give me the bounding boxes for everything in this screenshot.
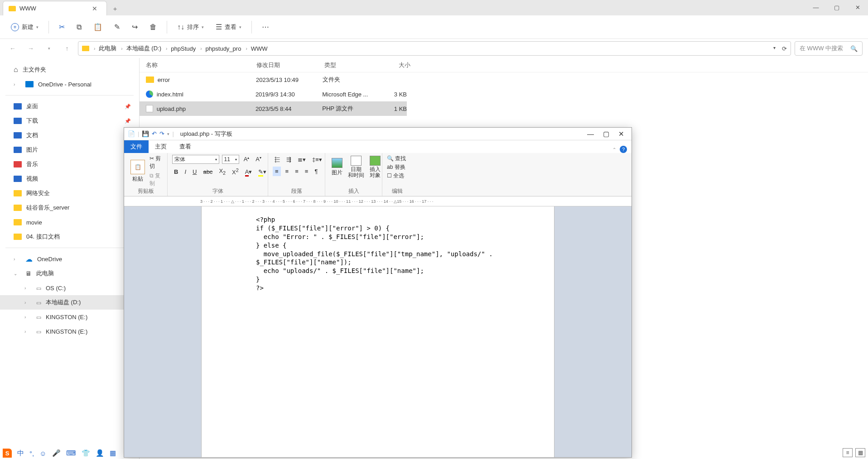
ruler[interactable]: 3 · · · 2 · · · 1 · · · △ · · · 1 · · · …: [124, 196, 632, 206]
find-button[interactable]: 🔍 查找: [387, 155, 408, 163]
ime-lang[interactable]: 中: [17, 449, 24, 458]
new-button[interactable]: + 新建 ▾: [6, 19, 43, 35]
replace-button[interactable]: ab 替换: [387, 163, 408, 171]
tab-view[interactable]: 查看: [173, 140, 198, 153]
sidebar-drive-item[interactable]: › OS (C:): [0, 281, 139, 295]
crumb-4[interactable]: WWW: [251, 45, 268, 52]
ime-punct[interactable]: °,: [29, 449, 34, 457]
font-size-select[interactable]: 11▾: [222, 155, 239, 164]
sidebar-pinned-item[interactable]: 04. 接口文档: [0, 230, 139, 244]
refresh-icon[interactable]: ⟳: [782, 45, 787, 52]
crumb-3[interactable]: phpstudy_pro: [206, 45, 241, 52]
tab-close-button[interactable]: ✕: [88, 2, 101, 15]
nav-forward[interactable]: →: [24, 41, 38, 56]
strike-button[interactable]: abc: [201, 167, 214, 176]
shrink-font[interactable]: A▾: [254, 155, 263, 163]
nav-back[interactable]: ←: [5, 41, 20, 56]
italic-button[interactable]: I: [183, 167, 188, 176]
crumb-1[interactable]: 本地磁盘 (D:): [126, 44, 161, 53]
selectall-button[interactable]: ☐ 全选: [387, 172, 408, 180]
text-color-button[interactable]: A▾: [243, 167, 254, 176]
outdent-button[interactable]: ⬱: [273, 155, 282, 164]
file-row[interactable]: index.html2019/9/3 14:30Microsoft Edge .…: [140, 87, 407, 101]
copy-button[interactable]: ⧉ 复制: [149, 172, 163, 187]
collapse-ribbon-icon[interactable]: ⌃: [612, 147, 616, 152]
align-justify[interactable]: ≡: [303, 167, 310, 176]
sidebar-thispc[interactable]: ⌄此电脑: [0, 266, 139, 281]
maximize-button[interactable]: ▢: [826, 0, 847, 14]
ime-mic[interactable]: 🎤: [52, 449, 61, 457]
sidebar-quick-item[interactable]: 视频📌: [0, 172, 139, 186]
superscript-button[interactable]: X2: [230, 167, 241, 177]
ime-emoji[interactable]: ☺: [39, 449, 46, 457]
close-button[interactable]: ✕: [847, 0, 868, 14]
sidebar-onedrive-personal[interactable]: ›OneDrive - Personal: [0, 77, 139, 91]
sidebar-quick-item[interactable]: 文档📌: [0, 128, 139, 143]
minimize-button[interactable]: —: [805, 0, 826, 14]
more-button[interactable]: ⋯: [257, 19, 274, 35]
wp-close[interactable]: ✕: [618, 130, 624, 138]
sidebar-drive-item[interactable]: › 本地磁盘 (D:): [0, 295, 139, 310]
insert-object[interactable]: 插入 对象: [368, 155, 382, 179]
crumb-2[interactable]: phpStudy: [171, 45, 196, 52]
details-view-button[interactable]: ≡: [843, 448, 853, 457]
col-size[interactable]: 大小: [379, 61, 410, 69]
bullets-button[interactable]: ≣▾: [296, 155, 308, 164]
tab-file[interactable]: 文件: [124, 140, 149, 153]
linespacing-button[interactable]: ‡≡▾: [310, 155, 324, 164]
indent-button[interactable]: ⇶: [285, 155, 293, 164]
nav-recent[interactable]: ▾: [42, 41, 56, 56]
paragraph-button[interactable]: ¶: [313, 167, 319, 176]
bold-button[interactable]: B: [172, 167, 180, 176]
sidebar-quick-item[interactable]: 音乐📌: [0, 157, 139, 172]
redo-icon[interactable]: ↷: [159, 130, 164, 137]
sidebar-pinned-item[interactable]: movie: [0, 215, 139, 230]
delete-button[interactable]: 🗑: [145, 19, 161, 35]
undo-icon[interactable]: ↶: [152, 130, 157, 137]
cut-button[interactable]: ✂ 剪切: [149, 155, 163, 170]
grid-view-button[interactable]: ▦: [855, 448, 865, 457]
search-input[interactable]: 在 WWW 中搜索 🔍: [795, 41, 863, 56]
document-page[interactable]: <?php if ($_FILES["file"]["error"] > 0) …: [201, 206, 555, 457]
paste-button[interactable]: 📋: [89, 19, 107, 35]
highlight-button[interactable]: ✎▾: [256, 167, 268, 176]
share-button[interactable]: ↪: [127, 19, 142, 35]
wp-maximize[interactable]: ▢: [603, 130, 609, 138]
sidebar-drive-item[interactable]: › KINGSTON (E:): [0, 324, 139, 339]
new-tab-button[interactable]: ＋: [109, 3, 121, 15]
address-bar[interactable]: ›此电脑 ›本地磁盘 (D:) ›phpStudy ›phpstudy_pro …: [78, 41, 791, 56]
ime-grid[interactable]: ▦: [110, 449, 116, 457]
ime-keyboard[interactable]: ⌨: [66, 449, 76, 457]
align-right[interactable]: ≡: [293, 167, 300, 176]
subscript-button[interactable]: X2: [217, 167, 227, 177]
paste-button[interactable]: 📋粘贴: [129, 159, 147, 184]
underline-button[interactable]: U: [191, 167, 198, 176]
nav-up[interactable]: ↑: [60, 41, 74, 56]
addr-dropdown-icon[interactable]: ▾: [773, 45, 776, 52]
sidebar-home[interactable]: 主文件夹: [0, 62, 139, 77]
insert-datetime[interactable]: 日期 和时间: [346, 155, 366, 179]
cut-button[interactable]: ✂: [54, 19, 69, 35]
file-row[interactable]: error2023/5/13 10:49文件夹: [140, 72, 407, 87]
sidebar-quick-item[interactable]: 桌面📌: [0, 99, 139, 114]
sogou-icon[interactable]: S: [3, 449, 12, 458]
font-family-select[interactable]: 宋体▾: [172, 155, 219, 164]
crumb-0[interactable]: 此电脑: [99, 44, 116, 53]
col-date[interactable]: 修改日期: [256, 61, 324, 69]
tab-home[interactable]: 主页: [149, 140, 173, 153]
col-name[interactable]: 名称: [146, 61, 256, 69]
align-center[interactable]: ≡: [284, 167, 291, 176]
rename-button[interactable]: ✎: [110, 19, 125, 35]
col-type[interactable]: 类型: [324, 61, 379, 69]
sidebar-pinned-item[interactable]: 网络安全: [0, 186, 139, 201]
sidebar-quick-item[interactable]: 图片📌: [0, 143, 139, 157]
sidebar-pinned-item[interactable]: 硅谷音乐_server: [0, 201, 139, 215]
file-row[interactable]: upload.php2023/5/5 8:44PHP 源文件1 KB: [140, 101, 407, 116]
explorer-tab[interactable]: WWW ✕: [3, 1, 107, 15]
view-button[interactable]: ☰查看▾: [211, 19, 246, 35]
ime-skin[interactable]: 👤: [96, 449, 104, 457]
sidebar-drive-item[interactable]: › KINGSTON (E:): [0, 310, 139, 324]
sidebar-quick-item[interactable]: 下载📌: [0, 114, 139, 128]
wordpad-titlebar[interactable]: 📄 | 💾 ↶ ↷ ▾ | upload.php - 写字板 — ▢ ✕: [124, 128, 632, 140]
wp-minimize[interactable]: —: [587, 130, 594, 138]
